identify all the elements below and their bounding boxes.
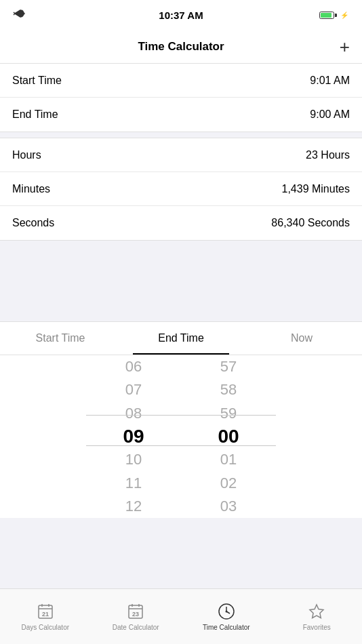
days-calculator-icon: 21: [36, 602, 55, 621]
end-time-label: End Time: [12, 108, 58, 121]
tab-favorites[interactable]: Favorites: [272, 589, 363, 644]
tab-time-calculator[interactable]: Time Calculator: [181, 589, 272, 644]
picker-wheel[interactable]: 06 07 08 09 10 11 12 57 58 59 00 01 02 0…: [0, 355, 362, 518]
minute-item-01[interactable]: 01: [201, 448, 256, 471]
tab-now[interactable]: Now: [241, 322, 362, 355]
hour-item-10[interactable]: 10: [106, 448, 161, 471]
hour-item-12[interactable]: 12: [106, 495, 161, 518]
battery-icon: [319, 12, 337, 19]
svg-text:23: 23: [132, 611, 139, 618]
seconds-row: Seconds 86,340 Seconds: [0, 206, 362, 240]
hour-item-06[interactable]: 06: [106, 355, 161, 378]
end-time-value: 9:00 AM: [310, 108, 350, 121]
minutes-label: Minutes: [12, 183, 50, 195]
bolt-icon: ⚡: [340, 12, 348, 19]
tab-days-calculator[interactable]: 21 Days Calculator: [0, 589, 91, 644]
hours-row: Hours 23 Hours: [0, 138, 362, 172]
hours-label: Hours: [12, 149, 41, 161]
time-calculator-label: Time Calculator: [203, 624, 250, 631]
empty-space: [0, 240, 362, 321]
hour-item-07[interactable]: 07: [106, 378, 161, 401]
minutes-row: Minutes 1,439 Minutes: [0, 172, 362, 206]
svg-point-13: [225, 611, 227, 613]
tab-bar: 21 Days Calculator 23 Date Calculator: [0, 588, 362, 644]
days-calculator-label: Days Calculator: [21, 624, 69, 631]
start-time-value: 9:01 AM: [310, 75, 350, 87]
airplane-icon: [14, 9, 26, 18]
picker-line-bottom: [86, 445, 276, 446]
start-time-row[interactable]: Start Time 9:01 AM: [0, 64, 362, 98]
favorites-label: Favorites: [303, 624, 331, 631]
status-left: [14, 9, 54, 21]
minute-item-00[interactable]: 00: [201, 425, 256, 448]
tab-date-calculator[interactable]: 23 Date Calculator: [91, 589, 182, 644]
nav-title: Time Calculator: [138, 40, 224, 54]
tab-end-time[interactable]: End Time: [121, 322, 241, 355]
input-section: Start Time 9:01 AM End Time 9:00 AM: [0, 64, 362, 132]
hour-item-09[interactable]: 09: [106, 425, 161, 448]
time-calculator-icon: [217, 602, 236, 621]
picker-line-top: [86, 415, 276, 416]
minute-item-57[interactable]: 57: [201, 355, 256, 378]
start-time-label: Start Time: [12, 75, 62, 87]
add-button[interactable]: +: [340, 38, 350, 56]
favorites-icon: [307, 602, 326, 621]
svg-marker-14: [310, 605, 323, 618]
result-section: Hours 23 Hours Minutes 1,439 Minutes Sec…: [0, 138, 362, 240]
section-separator-1: [0, 132, 362, 138]
seconds-value: 86,340 Seconds: [271, 217, 350, 229]
status-time: 10:37 AM: [54, 9, 308, 21]
hour-item-08[interactable]: 08: [106, 402, 161, 425]
minute-column[interactable]: 57 58 59 00 01 02 03: [201, 355, 256, 518]
end-time-row[interactable]: End Time 9:00 AM: [0, 98, 362, 132]
seconds-label: Seconds: [12, 217, 54, 229]
picker-section: Start Time End Time Now 06 07 08 09 10 1…: [0, 321, 362, 518]
hour-item-11[interactable]: 11: [106, 471, 161, 494]
nav-bar: Time Calculator +: [0, 30, 362, 64]
tab-start-time[interactable]: Start Time: [0, 322, 121, 355]
minute-item-03[interactable]: 03: [201, 495, 256, 518]
status-right: ⚡: [308, 12, 348, 19]
svg-text:21: 21: [42, 611, 49, 618]
date-calculator-icon: 23: [126, 602, 145, 621]
minutes-value: 1,439 Minutes: [281, 183, 350, 195]
hours-value: 23 Hours: [306, 149, 350, 161]
minute-item-02[interactable]: 02: [201, 471, 256, 494]
status-bar: 10:37 AM ⚡: [0, 0, 362, 30]
minute-item-59[interactable]: 59: [201, 402, 256, 425]
minute-item-58[interactable]: 58: [201, 378, 256, 401]
hour-column[interactable]: 06 07 08 09 10 11 12: [106, 355, 161, 518]
picker-tabs: Start Time End Time Now: [0, 322, 362, 355]
date-calculator-label: Date Calculator: [113, 624, 159, 631]
